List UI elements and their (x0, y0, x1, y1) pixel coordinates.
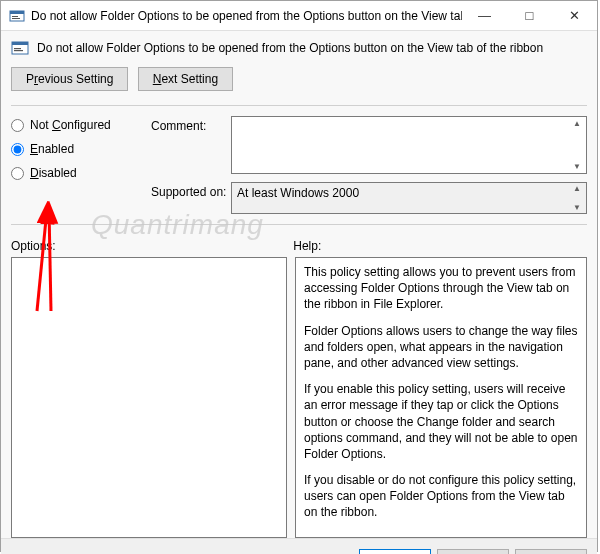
help-text: This policy setting allows you to preven… (304, 264, 578, 313)
comment-label: Comment: (151, 116, 231, 133)
svg-rect-3 (12, 18, 20, 19)
help-text: Folder Options allows users to change th… (304, 323, 578, 372)
help-text: If you disable or do not configure this … (304, 472, 578, 521)
help-box[interactable]: This policy setting allows you to preven… (295, 257, 587, 538)
options-help-labels: Options: Help: (11, 239, 587, 257)
dialog-window: Do not allow Folder Options to be opened… (0, 0, 598, 552)
state-radios: Not Configured Enabled Disabled (11, 116, 151, 222)
radio-not-configured[interactable]: Not Configured (11, 118, 151, 132)
cancel-button[interactable]: Cancel (437, 549, 509, 554)
scroll-down-icon[interactable]: ▼ (570, 203, 584, 212)
svg-rect-5 (12, 42, 28, 45)
radio-enabled[interactable]: Enabled (11, 142, 151, 156)
options-label: Options: (11, 239, 293, 257)
supported-label: Supported on: (151, 182, 231, 199)
separator (11, 224, 587, 225)
svg-rect-2 (12, 16, 18, 17)
ok-button[interactable]: OK (359, 549, 431, 554)
svg-rect-6 (14, 48, 21, 49)
svg-rect-1 (10, 11, 24, 14)
scroll-up-icon[interactable]: ▲ (570, 184, 584, 193)
radio-disabled[interactable]: Disabled (11, 166, 151, 180)
client-area: Do not allow Folder Options to be opened… (1, 31, 597, 538)
maximize-button[interactable]: □ (507, 1, 552, 31)
next-setting-button[interactable]: Next Setting (138, 67, 233, 91)
options-box[interactable] (11, 257, 287, 538)
help-text: If you enable this policy setting, users… (304, 381, 578, 462)
help-label: Help: (293, 239, 575, 257)
comment-textarea[interactable]: ▲ ▼ (231, 116, 587, 174)
options-help-row: This policy setting allows you to preven… (11, 257, 587, 538)
titlebar: Do not allow Folder Options to be opened… (1, 1, 597, 31)
policy-header: Do not allow Folder Options to be opened… (11, 39, 587, 57)
svg-rect-7 (14, 50, 23, 51)
scroll-up-icon[interactable]: ▲ (570, 119, 584, 128)
supported-value: At least Windows 2000 (237, 186, 359, 200)
form-column: Comment: ▲ ▼ Supported on: At least Wind… (151, 116, 587, 222)
minimize-button[interactable]: — (462, 1, 507, 31)
previous-setting-button[interactable]: Previous Setting (11, 67, 128, 91)
window-title: Do not allow Folder Options to be opened… (31, 9, 462, 23)
nav-buttons: Previous Setting Next Setting (11, 67, 587, 91)
policy-title: Do not allow Folder Options to be opened… (37, 41, 543, 55)
scroll-down-icon[interactable]: ▼ (570, 162, 584, 171)
policy-icon (11, 39, 29, 57)
dialog-footer: OK Cancel Apply (1, 538, 597, 554)
app-icon (9, 8, 25, 24)
close-button[interactable]: ✕ (552, 1, 597, 31)
apply-button[interactable]: Apply (515, 549, 587, 554)
config-area: Not Configured Enabled Disabled Comment:… (11, 116, 587, 222)
supported-on-box: At least Windows 2000 ▲ ▼ (231, 182, 587, 214)
separator (11, 105, 587, 106)
